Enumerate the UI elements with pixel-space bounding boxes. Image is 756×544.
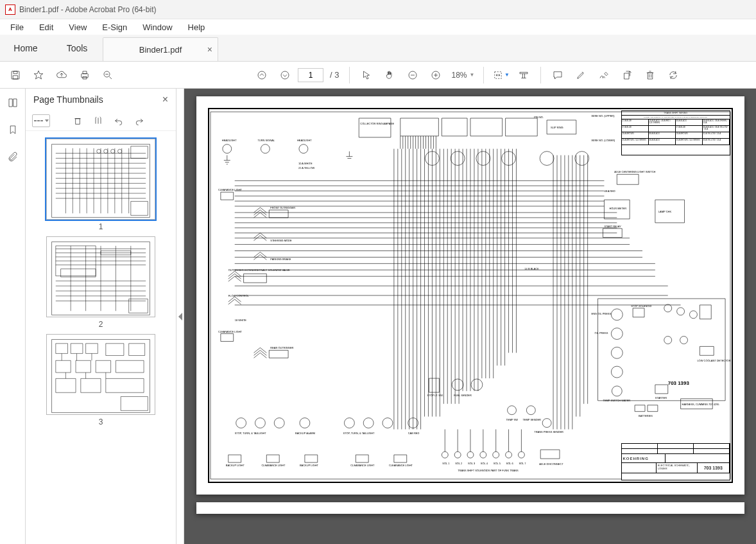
thumb-insert-icon[interactable] (91, 114, 105, 128)
page-number-input[interactable] (298, 68, 323, 82)
zoom-out-icon[interactable] (402, 65, 423, 85)
sign-icon[interactable] (594, 65, 614, 85)
svg-point-219 (344, 418, 354, 428)
save-icon[interactable] (5, 65, 26, 85)
panel-collapse-handle[interactable] (176, 89, 184, 544)
svg-point-213 (236, 418, 246, 428)
svg-point-252 (442, 452, 448, 458)
tab-home[interactable]: Home (0, 35, 51, 61)
thumb-delete-icon[interactable] (71, 114, 85, 128)
page-down-icon[interactable] (275, 65, 295, 85)
svg-rect-91 (96, 360, 110, 373)
svg-rect-92 (116, 360, 144, 373)
page-thumbnail-1[interactable]: 1 (46, 139, 155, 231)
svg-text:14 B BLACK: 14 B BLACK (524, 267, 539, 270)
select-tool-icon[interactable] (356, 65, 377, 85)
page-up-icon[interactable] (252, 65, 272, 85)
svg-point-293 (664, 304, 671, 312)
svg-rect-4 (83, 71, 87, 74)
delete-icon[interactable] (640, 65, 660, 85)
thumbnails-rail-icon[interactable] (4, 94, 22, 112)
document-viewport[interactable]: TRANS SHIFT WIRING LISTED ARE WIRES THAT… (184, 89, 756, 544)
tab-close-icon[interactable]: × (207, 44, 212, 55)
svg-rect-93 (56, 378, 76, 392)
page-thumbnail-2[interactable]: 2 (46, 236, 155, 329)
thumb-redo-icon[interactable] (132, 114, 146, 128)
read-mode-icon[interactable] (513, 65, 534, 85)
highlight-icon[interactable] (571, 65, 591, 85)
tab-tools[interactable]: Tools (51, 35, 103, 61)
zoom-select[interactable]: 18%▼ (449, 67, 477, 83)
svg-point-297 (680, 337, 687, 344)
cloud-upload-icon[interactable] (51, 65, 72, 85)
svg-text:TEMP SW: TEMP SW (506, 418, 518, 421)
svg-text:10 A WHITE: 10 A WHITE (298, 162, 312, 166)
chevron-down-icon: ▼ (504, 72, 510, 78)
svg-point-294 (676, 308, 684, 315)
svg-text:LAMP CHK: LAMP CHK (658, 210, 671, 213)
svg-text:WIRE NO. (LOWER): WIRE NO. (LOWER) (591, 139, 615, 142)
svg-rect-305 (635, 405, 645, 412)
drawing-title-block: KOEHRING ELECTRICAL SCHEMATIC,LOWER 703 … (621, 443, 730, 480)
svg-text:CLEARANCE LIGHT: CLEARANCE LIGHT (261, 464, 286, 467)
svg-point-62 (118, 149, 122, 153)
comment-icon[interactable] (547, 65, 568, 85)
svg-rect-57 (131, 146, 148, 159)
svg-text:AXLE DISCONNECT: AXLE DISCONNECT (539, 462, 563, 466)
svg-rect-94 (81, 378, 101, 392)
svg-text:FRONT OUTRIGGER: FRONT OUTRIGGER (270, 206, 295, 209)
svg-text:FUEL SENDER: FUEL SENDER (454, 394, 472, 397)
menu-window[interactable]: Window (135, 21, 180, 34)
svg-text:18 WHITE: 18 WHITE (234, 319, 246, 322)
svg-text:SOL 6: SOL 6 (506, 462, 513, 465)
menu-edit[interactable]: Edit (31, 21, 61, 34)
svg-rect-291 (633, 308, 644, 317)
svg-text:HARNESS, CUMMINS 707 4295: HARNESS, CUMMINS 707 4295 (682, 403, 719, 406)
svg-text:CLEARANCE LIGHT: CLEARANCE LIGHT (218, 188, 242, 191)
tab-document[interactable]: Binder1.pdf × (103, 37, 218, 61)
svg-text:AXLE CENTERING LIGHT SWITCH: AXLE CENTERING LIGHT SWITCH (614, 170, 655, 173)
svg-rect-86 (86, 344, 98, 354)
svg-point-246 (507, 406, 516, 415)
svg-text:48 A RED: 48 A RED (604, 189, 615, 193)
menu-esign[interactable]: E-Sign (94, 21, 135, 34)
pan-hand-icon[interactable] (379, 65, 400, 85)
fit-width-icon[interactable]: ▼ (490, 65, 511, 85)
bookmark-rail-icon[interactable] (4, 121, 22, 139)
svg-rect-299 (700, 346, 714, 355)
menu-view[interactable]: View (61, 21, 94, 34)
page-thumbnail-3[interactable]: 3 (46, 334, 155, 426)
thumbnails-tools (26, 110, 176, 131)
menu-help[interactable]: Help (180, 21, 213, 34)
svg-rect-209 (220, 334, 233, 342)
zoom-in-icon[interactable] (425, 65, 446, 85)
menu-file[interactable]: File (3, 21, 31, 34)
svg-text:SOL 5: SOL 5 (493, 462, 501, 465)
svg-text:BATTERIES: BATTERIES (639, 414, 653, 417)
star-icon[interactable] (28, 65, 49, 85)
svg-rect-21 (624, 73, 630, 79)
main-area: Page Thumbnails × 1 (0, 89, 756, 544)
svg-text:SOL 3: SOL 3 (468, 462, 476, 465)
svg-point-215 (274, 418, 284, 428)
svg-point-220 (363, 418, 374, 428)
svg-rect-0 (12, 71, 19, 79)
svg-rect-22 (648, 73, 653, 79)
panel-close-icon[interactable]: × (162, 94, 168, 105)
svg-text:BACKUP LIGHT: BACKUP LIGHT (225, 464, 245, 467)
svg-line-34 (96, 117, 96, 118)
find-zoom-out-icon[interactable] (98, 65, 118, 85)
svg-rect-306 (647, 405, 657, 412)
thumb-undo-icon[interactable] (112, 114, 126, 128)
svg-text:START RELAY: START RELAY (604, 225, 621, 228)
svg-text:CLEARANCE LIGHT: CLEARANCE LIGHT (218, 330, 242, 333)
stamp-rotate-icon[interactable] (617, 65, 637, 85)
svg-point-239 (540, 152, 554, 166)
thumb-options-icon[interactable] (32, 114, 50, 127)
window-titlebar: A Binder1.pdf - Adobe Acrobat Pro (64-bi… (0, 0, 756, 19)
refresh-icon[interactable] (663, 65, 683, 85)
attachment-rail-icon[interactable] (4, 148, 22, 166)
svg-text:SOL 1: SOL 1 (442, 462, 450, 465)
print-icon[interactable] (74, 65, 95, 85)
svg-point-198 (298, 145, 307, 154)
